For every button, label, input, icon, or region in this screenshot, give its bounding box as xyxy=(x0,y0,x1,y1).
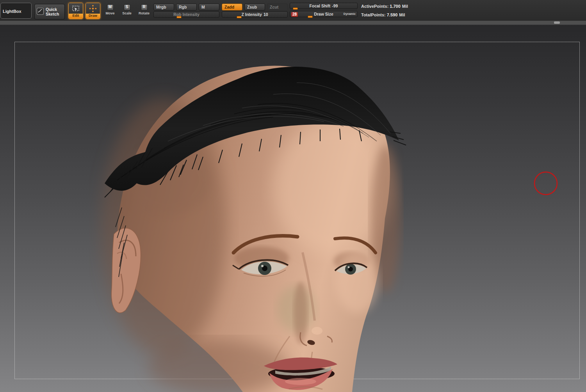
edit-label: Edit xyxy=(69,14,83,19)
draw-icon xyxy=(86,3,100,14)
total-points-stat: TotalPoints:7.590Mil xyxy=(361,12,405,17)
active-points-label: ActivePoints: xyxy=(361,4,388,9)
zsub-button[interactable]: Zsub xyxy=(244,4,265,11)
focal-shift-slider[interactable]: Focal Shift -99 xyxy=(290,3,358,9)
move-button[interactable]: M Move xyxy=(103,4,117,15)
rgb-button[interactable]: Rgb xyxy=(176,4,197,11)
top-shelf: LightBox Quick Sketch Edit xyxy=(0,0,586,20)
total-points-unit: Mil xyxy=(399,12,405,17)
move-icon: M xyxy=(107,4,114,11)
quick-sketch-label: Quick Sketch xyxy=(46,7,63,16)
z-intensity-value: 10 xyxy=(264,12,268,17)
active-points-value: 1.700 xyxy=(390,4,401,9)
lightbox-button[interactable]: LightBox xyxy=(0,3,32,19)
m-button[interactable]: M xyxy=(199,4,219,11)
z-intensity-slider[interactable]: Z Intensity 10 xyxy=(222,11,288,18)
edit-icon xyxy=(69,3,83,14)
rgb-intensity-handle[interactable] xyxy=(176,16,182,18)
total-points-value: 7.590 xyxy=(387,12,398,17)
draw-button[interactable]: Draw xyxy=(85,3,100,19)
scale-button[interactable]: S Scale xyxy=(120,4,134,15)
viewport-canvas[interactable] xyxy=(0,24,586,392)
scrollbar-handle[interactable] xyxy=(554,21,560,24)
active-points-unit: Mil xyxy=(402,4,408,9)
total-points-label: TotalPoints: xyxy=(361,12,386,17)
draw-size-handle[interactable] xyxy=(308,16,313,18)
rotate-button[interactable]: R Rotate xyxy=(137,4,151,15)
scale-label: Scale xyxy=(122,11,132,15)
draw-size-label: Draw Size xyxy=(314,12,333,16)
rgb-intensity-slider[interactable]: Rgb Intensity xyxy=(153,11,219,18)
draw-size-slider[interactable]: 28 Draw Size Dynamic xyxy=(290,11,358,17)
zcut-button[interactable]: Zcut xyxy=(267,4,288,11)
zadd-button[interactable]: Zadd xyxy=(222,4,242,11)
focal-shift-handle[interactable] xyxy=(293,7,298,10)
z-intensity-label: Z Intensity xyxy=(241,12,262,17)
z-intensity-handle[interactable] xyxy=(237,16,242,18)
draw-size-value-badge: 28 xyxy=(291,12,298,17)
brush-cursor xyxy=(534,172,557,195)
focal-shift-value: -99 xyxy=(332,4,338,8)
zbrush-app: LightBox Quick Sketch Edit xyxy=(0,0,586,392)
rotate-icon: R xyxy=(141,4,148,11)
focal-shift-label: Focal Shift xyxy=(310,4,331,8)
mrgb-button[interactable]: Mrgb xyxy=(153,4,174,11)
quick-sketch-icon xyxy=(36,7,44,16)
scale-icon: S xyxy=(124,4,130,11)
shelf-scroll-strip[interactable] xyxy=(0,20,586,25)
sculpt-head[interactable] xyxy=(0,24,586,392)
dynamic-tag: Dynamic xyxy=(344,12,356,16)
rotate-label: Rotate xyxy=(139,11,150,15)
draw-label: Draw xyxy=(86,14,100,19)
quick-sketch-button[interactable]: Quick Sketch xyxy=(34,4,65,20)
edit-button[interactable]: Edit xyxy=(68,3,83,19)
active-points-stat: ActivePoints:1.700Mil xyxy=(361,4,408,9)
move-label: Move xyxy=(105,11,114,15)
